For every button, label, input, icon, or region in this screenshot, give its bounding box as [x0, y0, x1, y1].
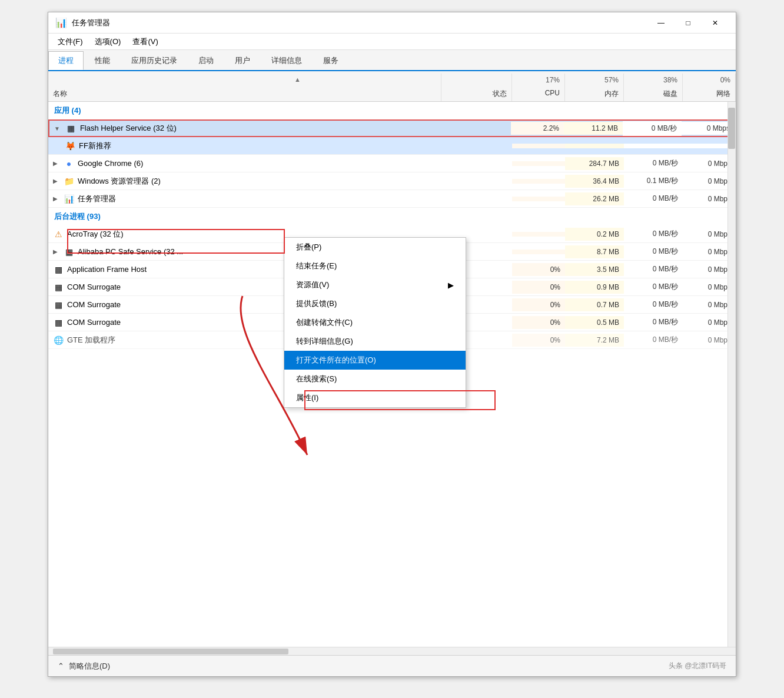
disk-cell: 0 MB/秒	[624, 315, 683, 330]
minimize-button[interactable]: —	[647, 14, 675, 32]
status-label[interactable]: 简略信息(D)	[69, 661, 110, 672]
app-icon: 📊	[55, 17, 67, 29]
process-name-cell: ▶ ● Google Chrome (6)	[48, 156, 441, 171]
col-cpu-pct: 17%	[512, 74, 565, 87]
process-name-text: AcroTray (32 位)	[67, 229, 124, 240]
mem-cell: 8.7 MB	[565, 245, 624, 258]
ctx-resource-label: 资源值(V)	[296, 280, 329, 290]
ctx-create-dump[interactable]: 创建转储文件(C)	[284, 313, 466, 332]
col-status-header[interactable]: 状态	[441, 87, 512, 101]
table-row[interactable]: ▶ 📊 任务管理器 26.2 MB 0 MB/秒 0 Mbps	[48, 190, 736, 208]
process-icon: ▦	[53, 317, 64, 328]
cpu-cell	[512, 161, 565, 166]
table-row[interactable]: ▼ ▦ Flash Helper Service (32 位) 2.2% 11.…	[48, 119, 736, 137]
mem-cell: 284.7 MB	[565, 157, 624, 170]
process-table[interactable]: 应用 (4) ▼ ▦ Flash Helper Service (32 位) 2…	[48, 102, 736, 647]
tab-startup[interactable]: 启动	[188, 51, 224, 70]
window-controls: — □ ✕	[647, 14, 729, 32]
table-row[interactable]: 🦊 FF新推荐	[48, 137, 736, 155]
tab-details[interactable]: 详细信息	[261, 51, 312, 70]
col-net-header[interactable]: 网络	[683, 87, 736, 101]
status-bar: ⌃ 简略信息(D) 头条 @北漂IT码哥	[48, 655, 736, 676]
ctx-open-location[interactable]: 打开文件所在的位置(O)	[284, 351, 466, 370]
col-name-header[interactable]: 名称	[48, 87, 441, 101]
ctx-feedback[interactable]: 提供反馈(B)	[284, 294, 466, 313]
mem-cell: 0.9 MB	[565, 281, 624, 294]
disk-cell: 0 MB/秒	[624, 262, 683, 277]
col-net-pct: 0%	[683, 74, 736, 87]
col-disk-pct: 38%	[624, 74, 683, 87]
cpu-cell: 2.2%	[511, 122, 564, 135]
mem-cell: 0.2 MB	[565, 228, 624, 241]
mem-cell: 3.5 MB	[565, 263, 624, 276]
expand-icon[interactable]: ▼	[54, 125, 60, 132]
disk-cell: 0 MB/秒	[623, 121, 682, 136]
process-name-cell: ▶ 📁 Windows 资源管理器 (2)	[48, 174, 441, 189]
col-status-pct	[441, 74, 512, 87]
background-section-header[interactable]: 后台进程 (93)	[48, 208, 736, 225]
disk-cell: 0 MB/秒	[624, 333, 683, 347]
menu-view[interactable]: 查看(V)	[128, 35, 162, 49]
process-name-cell: ▼ ▦ Flash Helper Service (32 位)	[49, 121, 440, 136]
process-icon: 📁	[64, 176, 74, 187]
h-scrollbar-thumb[interactable]	[53, 649, 288, 654]
menu-file[interactable]: 文件(F)	[53, 35, 88, 49]
expand-icon[interactable]: ▶	[53, 160, 58, 167]
mem-cell	[565, 144, 624, 148]
tab-users[interactable]: 用户	[225, 51, 260, 70]
mem-cell: 7.2 MB	[565, 334, 624, 347]
ctx-submenu-arrow: ▶	[448, 281, 454, 290]
ctx-end-task[interactable]: 结束任务(E)	[284, 257, 466, 275]
ctx-online-search[interactable]: 在线搜索(S)	[284, 370, 466, 388]
ctx-properties[interactable]: 属性(I)	[284, 388, 466, 407]
ctx-collapse[interactable]: 折叠(P)	[284, 238, 466, 257]
ctx-resource-value[interactable]: 资源值(V) ▶	[284, 275, 466, 294]
tab-services[interactable]: 服务	[313, 51, 348, 70]
status-left[interactable]: ⌃ 简略信息(D)	[58, 661, 110, 672]
process-icon: ▦	[53, 264, 64, 275]
menu-options[interactable]: 选项(O)	[90, 35, 126, 49]
process-name-text: COM Surrogate	[67, 282, 121, 291]
apps-section-header[interactable]: 应用 (4)	[48, 102, 736, 119]
status-cell	[441, 144, 512, 148]
maximize-button[interactable]: □	[675, 14, 702, 32]
col-mem-header[interactable]: 内存	[565, 87, 624, 101]
net-cell: 0 Mbps	[682, 122, 735, 135]
process-icon: 🌐	[53, 335, 64, 345]
scrollbar-thumb[interactable]	[728, 108, 735, 149]
status-cell	[441, 232, 512, 237]
ctx-go-details[interactable]: 转到详细信息(G)	[284, 332, 466, 351]
column-usage-row: ▲ 17% 57% 38% 0%	[48, 71, 736, 87]
expand-icon[interactable]: ▶	[53, 178, 58, 184]
table-row[interactable]: ▶ 📁 Windows 资源管理器 (2) 36.4 MB 0.1 MB/秒 0…	[48, 172, 736, 190]
cpu-cell: 0%	[512, 316, 565, 329]
expand-icon[interactable]: ▶	[53, 248, 58, 255]
close-button[interactable]: ✕	[702, 14, 729, 32]
tab-processes[interactable]: 进程	[48, 51, 84, 70]
horizontal-scrollbar[interactable]	[48, 647, 736, 655]
process-name-text: Application Frame Host	[67, 265, 147, 274]
scrollbar[interactable]	[727, 102, 736, 647]
col-cpu-header[interactable]: CPU	[512, 87, 565, 101]
mem-cell: 11.2 MB	[564, 122, 623, 135]
status-cell	[441, 197, 512, 201]
disk-cell: 0 MB/秒	[624, 227, 683, 241]
col-disk-header[interactable]: 磁盘	[624, 87, 683, 101]
tab-app-history[interactable]: 应用历史记录	[121, 51, 187, 70]
mem-cell: 26.2 MB	[565, 192, 624, 205]
process-name-text: GTE 加载程序	[67, 335, 115, 345]
status-cell	[441, 161, 512, 166]
cpu-cell: 0%	[512, 334, 565, 347]
expand-icon[interactable]: ▶	[53, 195, 58, 202]
cpu-cell	[512, 250, 565, 254]
disk-cell: 0 MB/秒	[624, 191, 683, 206]
status-cell	[441, 179, 512, 184]
disk-cell	[624, 144, 683, 148]
tab-performance[interactable]: 性能	[85, 51, 120, 70]
table-row[interactable]: ▶ ● Google Chrome (6) 284.7 MB 0 MB/秒 0 …	[48, 155, 736, 172]
cpu-cell: 0%	[512, 298, 565, 311]
process-icon: ●	[64, 158, 74, 169]
process-name-text: Alibaba PC Safe Service (32 ...	[78, 247, 183, 256]
process-icon: 🦊	[65, 141, 75, 151]
cpu-cell: 0%	[512, 263, 565, 276]
